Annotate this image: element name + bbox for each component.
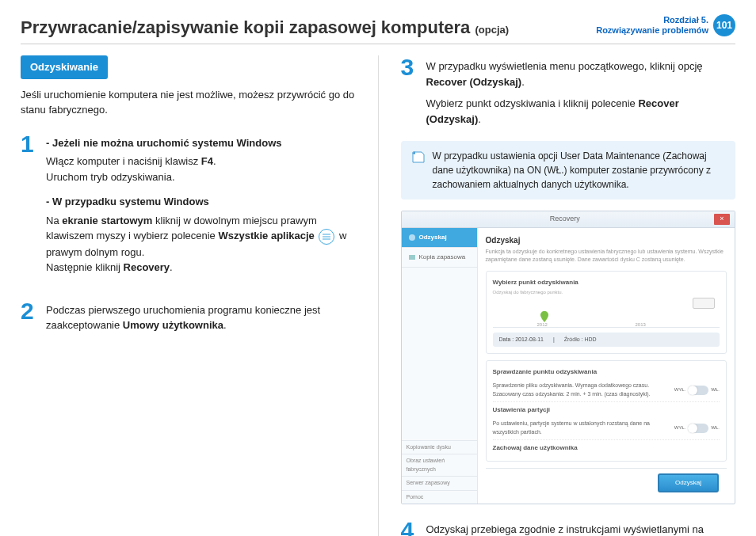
ss-titlebar: Recovery × — [402, 211, 735, 228]
step3-p2: Wybierz punkt odzyskiwania i kliknij pol… — [426, 96, 736, 127]
note-text: W przypadku ustawienia opcji User Data M… — [433, 149, 727, 192]
ss-main-desc: Funkcja ta odzyskuje do konkretnego usta… — [486, 248, 727, 264]
pin-icon[interactable] — [540, 311, 548, 322]
recovery-app-screenshot: Recovery × Odzyskaj Kopia zapasowa — [401, 211, 736, 504]
step3-p1: W przypadku wyświetlenia menu początkowe… — [426, 59, 736, 89]
ss-panel2-heading: Sprawdzanie punktu odzyskiwania — [493, 367, 720, 377]
ss-toggle-verify[interactable]: WYŁ. WŁ. — [674, 386, 720, 395]
step-number-4: 4 — [401, 519, 418, 536]
ss-tab-recover[interactable]: Odzyskaj — [402, 228, 477, 248]
step-3: 3 W przypadku wyświetlenia menu początko… — [401, 55, 736, 127]
step-2: 2 Podczas pierwszego uruchomienia progra… — [21, 299, 356, 333]
ss-side-diskcopy[interactable]: Kopiowanie dysku — [402, 440, 477, 454]
step-number-2: 2 — [21, 299, 38, 333]
ss-row-verify: Sprawdzenie pliku odzyskiwania. Wymaga d… — [493, 378, 720, 402]
ss-panel1-heading: Wybierz punkt odzyskiwania — [493, 278, 720, 287]
all-apps-icon — [319, 229, 334, 245]
step1-sub2-heading: W przypadku systemu Windows — [46, 194, 356, 210]
step1-sub1-heading: Jeżeli nie można uruchomić systemu Windo… — [46, 135, 356, 151]
chapter-label: Rozdział 5. Rozwiązywanie problemów — [596, 15, 708, 36]
ss-panel-restorepoint: Wybierz punkt odzyskiwania Odzyskaj do f… — [486, 271, 727, 355]
recover-button[interactable]: Odzyskaj — [658, 473, 719, 492]
section-heading-recovery: Odzyskiwanie — [21, 55, 108, 79]
info-note: W przypadku ustawienia opcji User Data M… — [401, 141, 736, 200]
right-column: 3 W przypadku wyświetlenia menu początko… — [401, 55, 736, 536]
ss-side-help[interactable]: Pomoc — [402, 490, 477, 504]
ss-footer: Odzyskaj — [486, 468, 727, 497]
step-number-1: 1 — [21, 132, 38, 285]
title-main: Przywracanie/zapisywanie kopii zapasowej… — [21, 17, 475, 37]
ss-tl-year2: 2013 — [636, 321, 646, 329]
ss-side-factoryimg[interactable]: Obraz ustawień fabrycznych — [402, 454, 477, 476]
ss-panel1-sub: Odzyskaj do fabrycznego punktu. — [493, 289, 720, 296]
ss-meta-row: Data : 2012-08-11 | Źródło : HDD — [493, 333, 720, 348]
step1-sub2: W przypadku systemu Windows Na ekranie s… — [46, 194, 356, 276]
intro-text: Jeśli uruchomienie komputera nie jest mo… — [21, 87, 356, 118]
step1-sub1-p2: Uruchom tryb odzyskiwania. — [46, 169, 356, 185]
ss-panel4-heading: Zachowaj dane użytkownika — [493, 443, 720, 453]
ss-side-backupserver[interactable]: Serwer zapasowy — [402, 476, 477, 490]
page-title: Przywracanie/zapisywanie kopii zapasowej… — [21, 14, 509, 40]
note-icon — [410, 149, 426, 165]
svg-point-3 — [409, 234, 415, 241]
step1-sub1: Jeżeli nie można uruchomić systemu Windo… — [46, 135, 356, 185]
step-number-3: 3 — [401, 55, 418, 127]
ss-main-heading: Odzyskaj — [486, 234, 727, 246]
page-number-badge: 101 — [713, 14, 735, 36]
ss-row-partition: Po ustawieniu, partycje systemu w ustalo… — [493, 416, 720, 440]
ss-main: Odzyskaj Funkcja ta odzyskuje do konkret… — [478, 228, 735, 504]
ss-timeline-control[interactable] — [693, 298, 715, 309]
step1-sub2-p1: Na ekranie startowym kliknij w dowolnym … — [46, 213, 356, 260]
left-column: Odzyskiwanie Jeśli uruchomienie komputer… — [21, 55, 356, 536]
header-meta: Rozdział 5. Rozwiązywanie problemów 101 — [596, 14, 735, 36]
page-header: Przywracanie/zapisywanie kopii zapasowej… — [21, 14, 735, 44]
ss-panel-options: Sprawdzanie punktu odzyskiwania Sprawdze… — [486, 360, 727, 462]
title-option: (opcja) — [475, 24, 509, 36]
ss-sidebar: Odzyskaj Kopia zapasowa Kopiowanie dysku… — [402, 228, 478, 504]
step-4: 4 Odzyskaj przebiega zgodnie z instrukcj… — [401, 519, 736, 536]
step1-sub2-p2: Następnie kliknij Recovery. — [46, 260, 356, 276]
ss-panel3-heading: Ustawienia partycji — [493, 405, 720, 415]
step1-sub1-p1: Włącz komputer i naciśnij klawisz F4. — [46, 154, 356, 169]
chapter-line2: Rozwiązywanie problemów — [596, 25, 708, 36]
ss-timeline[interactable]: 2012 2013 — [493, 296, 720, 328]
ss-tab-backup[interactable]: Kopia zapasowa — [402, 248, 477, 268]
column-divider — [378, 55, 379, 536]
close-icon[interactable]: × — [714, 214, 730, 225]
ss-tl-year1: 2012 — [537, 321, 548, 329]
step2-text: Podczas pierwszego uruchomienia programu… — [46, 302, 356, 333]
ss-toggle-partition[interactable]: WYŁ. WŁ. — [674, 424, 720, 433]
chapter-line1: Rozdział 5. — [596, 15, 708, 25]
step-1: 1 Jeżeli nie można uruchomić systemu Win… — [21, 132, 356, 285]
step4-p1: Odzyskaj przebiega zgodnie z instrukcjam… — [426, 522, 736, 536]
svg-rect-4 — [409, 255, 415, 260]
ss-window-title: Recovery — [550, 214, 580, 225]
